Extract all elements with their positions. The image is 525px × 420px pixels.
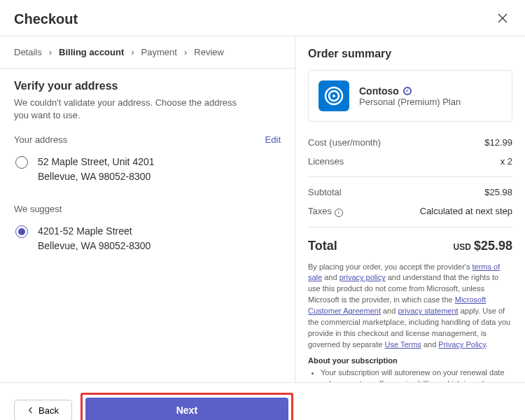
- next-button-highlight: Next: [80, 393, 293, 420]
- product-card: Contoso ✓ Personal (Premium) Plan: [308, 70, 512, 122]
- close-icon: [497, 13, 508, 24]
- crumb-details[interactable]: Details: [14, 47, 42, 57]
- verified-badge-icon: ✓: [403, 87, 412, 95]
- your-address-line2: Bellevue, WA 98052-8300: [38, 169, 155, 184]
- back-button[interactable]: Back: [14, 400, 72, 421]
- crumb-billing-account[interactable]: Billing account: [59, 47, 124, 57]
- chevron-left-icon: [27, 407, 34, 414]
- verify-hint: We couldn't validate your address. Choos…: [14, 97, 252, 122]
- suggest-label: We suggest: [14, 204, 62, 214]
- spiral-icon: [323, 85, 344, 106]
- licenses-line: Licenses x 2: [308, 152, 512, 171]
- crumb-review[interactable]: Review: [194, 47, 224, 57]
- product-plan-text: Personal (Premium) Plan: [359, 97, 461, 107]
- product-logo: [318, 80, 349, 111]
- cost-line: Cost (user/month) $12.99: [308, 133, 512, 152]
- radio-suggested-address[interactable]: [15, 225, 28, 238]
- product-name-text: Contoso: [359, 85, 399, 97]
- legal-text: By placing your order, you accept the pr…: [308, 262, 512, 351]
- use-terms-link[interactable]: Use Terms: [384, 340, 421, 349]
- order-summary-heading: Order summary: [308, 48, 512, 60]
- your-address-line1: 52 Maple Street, Unit 4201: [38, 155, 155, 169]
- page-title: Checkout: [14, 11, 78, 27]
- next-button[interactable]: Next: [85, 398, 288, 420]
- chevron-right-icon: ›: [184, 47, 187, 57]
- chevron-right-icon: ›: [131, 47, 134, 57]
- edit-address-link[interactable]: Edit: [265, 134, 281, 145]
- divider: [308, 227, 512, 227]
- breadcrumb: Details › Billing account › Payment › Re…: [0, 36, 295, 69]
- your-address-label: Your address: [14, 134, 67, 145]
- divider: [308, 176, 512, 177]
- info-icon[interactable]: i: [335, 209, 343, 217]
- subtotal-line: Subtotal $25.98: [308, 183, 512, 202]
- privacy-policy2-link[interactable]: Privacy Policy: [438, 340, 486, 349]
- address-option-yours[interactable]: 52 Maple Street, Unit 4201 Bellevue, WA …: [14, 150, 281, 191]
- privacy-statement-link[interactable]: privacy statement: [398, 307, 458, 315]
- about-subscription-heading: About your subscription: [308, 356, 512, 365]
- close-button[interactable]: [494, 10, 511, 29]
- crumb-payment[interactable]: Payment: [141, 47, 177, 57]
- svg-point-2: [332, 94, 335, 97]
- suggest-address-line2: Bellevue, WA 98052-8300: [38, 239, 150, 253]
- radio-your-address[interactable]: [15, 156, 28, 169]
- address-option-suggested[interactable]: 4201-52 Maple Street Bellevue, WA 98052-…: [14, 220, 281, 260]
- suggest-address-line1: 4201-52 Maple Street: [38, 224, 150, 239]
- verify-heading: Verify your address: [14, 80, 281, 92]
- chevron-right-icon: ›: [49, 47, 52, 57]
- total-line: Total USD$25.98: [308, 233, 512, 262]
- privacy-policy-link[interactable]: privacy policy: [340, 273, 386, 281]
- taxes-line: Taxesi Calculated at next step: [308, 202, 512, 221]
- subscription-bullet-1: Your subscription will autorenew on your…: [321, 368, 512, 382]
